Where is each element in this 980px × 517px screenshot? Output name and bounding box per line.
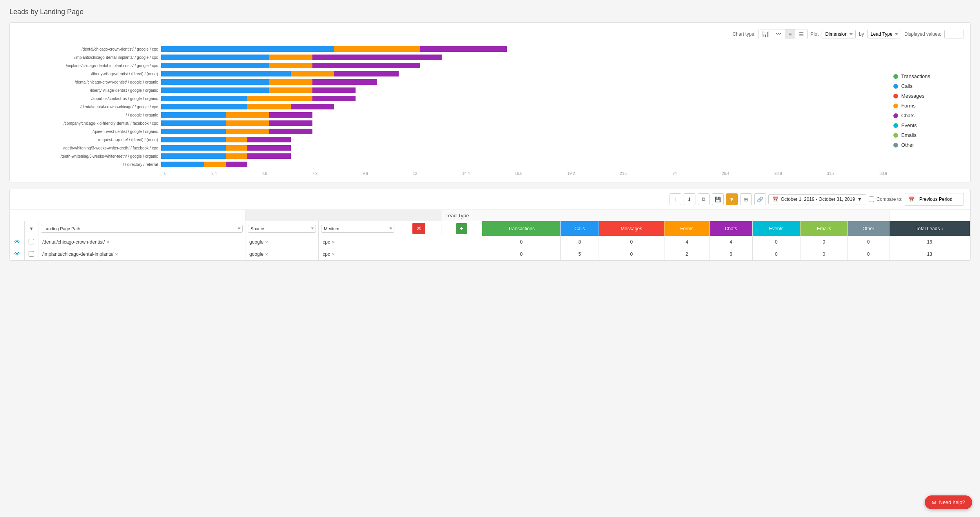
- bar-segment: [161, 71, 291, 76]
- th-source-filter: Source: [245, 221, 319, 236]
- compare-label: Compare to:: [877, 197, 902, 202]
- x-axis-tick: 2.4: [211, 171, 217, 176]
- bar-segment: [161, 120, 226, 126]
- bar-row: /implants/chicago-dental-implants/ / goo…: [16, 54, 887, 61]
- chart-type-table-btn[interactable]: ☰: [796, 29, 807, 39]
- bar-segment: [269, 55, 312, 60]
- x-axis-tick: 16.8: [515, 171, 522, 176]
- th-calls: Calls: [561, 221, 599, 236]
- row-events: 0: [752, 236, 800, 248]
- chart-type-horizontal-btn[interactable]: ≡: [785, 29, 795, 39]
- medium-select[interactable]: Medium: [321, 225, 394, 233]
- bar-segment: [312, 87, 356, 93]
- compare-checkbox[interactable]: [869, 197, 874, 202]
- x-axis-tick: 14.4: [462, 171, 470, 176]
- legend-label: Chats: [901, 113, 915, 118]
- bar-track: [161, 55, 887, 60]
- date-range-btn[interactable]: 📅 October 1, 2019 - October 31, 2019 ▼: [768, 194, 866, 204]
- x-axis-tick: 19.2: [567, 171, 575, 176]
- bar-track: [161, 87, 887, 93]
- bar-row: /company/chicago-kid-friendly-dentist/ /…: [16, 120, 887, 127]
- bar-row: /queen-west-dentist / google / organic: [16, 128, 887, 135]
- bar-label: /teeth-whitening/3-weeks-whiter-teeth/ /…: [16, 146, 161, 150]
- bar-row: /dental/chicago-crown-dentist/ / google …: [16, 78, 887, 86]
- copy-btn[interactable]: ⧉: [698, 193, 710, 205]
- x-axis-tick: 24: [672, 171, 677, 176]
- th-total-leads[interactable]: Total Leads ↓: [889, 221, 970, 236]
- bar-row: /dental/chicago-crown-dentist/ / google …: [16, 46, 887, 53]
- previous-period-select[interactable]: Previous Period: [916, 195, 960, 204]
- row-checkbox[interactable]: [29, 239, 34, 244]
- upload-btn[interactable]: ↑: [670, 193, 681, 205]
- row-calls: 5: [561, 248, 599, 260]
- bar-row: /liberty-village-dentist / google / orga…: [16, 87, 887, 94]
- bar-label: /liberty-village-dentist / (direct) / (n…: [16, 72, 161, 76]
- bar-label: /company/chicago-kid-friendly-dentist/ /…: [16, 121, 161, 126]
- landing-page-path-select[interactable]: Landing Page Path: [41, 225, 243, 233]
- plot-select[interactable]: Dimension: [822, 30, 856, 38]
- legend-item-emails: Emails: [893, 132, 964, 138]
- row-eye-btn[interactable]: 👁: [14, 251, 20, 258]
- displayed-values-input[interactable]: 15: [944, 30, 964, 38]
- row-check-cell: [25, 248, 38, 260]
- bar-segment: [161, 46, 334, 52]
- bar-track: [161, 71, 887, 76]
- medium-clear-btn[interactable]: ✕: [332, 240, 335, 244]
- compare-group: Compare to:: [869, 197, 902, 202]
- bar-segment: [334, 46, 420, 52]
- row-other: 0: [848, 248, 889, 260]
- table-row: 👁 /dental/chicago-crown-dentist/ ✕ googl…: [10, 236, 970, 248]
- chart-type-line-btn[interactable]: 〰: [773, 29, 784, 39]
- legend-item-transactions: Transactions: [893, 73, 964, 79]
- bar-segment: [161, 129, 226, 134]
- legend-label: Emails: [901, 132, 916, 138]
- bar-label: /request-a-quote/ / (direct) / (none): [16, 138, 161, 142]
- bar-label: /implants/chicago-dental-implants/ / goo…: [16, 55, 161, 60]
- legend-item-calls: Calls: [893, 83, 964, 89]
- medium-clear-btn[interactable]: ✕: [332, 252, 335, 257]
- row-checkbox[interactable]: [29, 251, 34, 257]
- save-btn[interactable]: 💾: [712, 193, 724, 205]
- chart-legend: TransactionsCallsMessagesFormsChatsEvent…: [893, 46, 964, 176]
- row-source: google ✕: [245, 236, 319, 248]
- bar-segment: [312, 63, 421, 68]
- path-clear-btn[interactable]: ✕: [115, 252, 118, 257]
- bar-segment: [247, 96, 312, 101]
- bar-segment: [161, 55, 269, 60]
- bar-segment: [420, 46, 506, 52]
- download-btn[interactable]: ⬇: [684, 193, 695, 205]
- x-axis-tick: 26.4: [722, 171, 729, 176]
- previous-period-group: 📅 Previous Period: [905, 193, 964, 206]
- x-axis-tick: 9.6: [363, 171, 368, 176]
- legend-dot: [893, 143, 898, 147]
- row-eye-btn[interactable]: 👁: [14, 238, 20, 246]
- source-value: google: [249, 251, 263, 257]
- path-clear-btn[interactable]: ✕: [106, 240, 109, 244]
- chart-type-bar-btn[interactable]: 📊: [759, 29, 772, 39]
- th-medium-filter: Medium: [319, 221, 397, 236]
- bar-track: [161, 79, 887, 85]
- bar-row: / / directory / referral: [16, 161, 887, 168]
- row-spacer: [397, 236, 482, 248]
- source-clear-btn[interactable]: ✕: [265, 240, 268, 244]
- legend-item-messages: Messages: [893, 93, 964, 99]
- add-filter-btn[interactable]: +: [456, 223, 467, 234]
- row-eye-cell: 👁: [10, 248, 25, 260]
- bar-row: /about-us/contact-us / google / organic: [16, 95, 887, 102]
- source-select[interactable]: Source: [248, 225, 316, 233]
- legend-item-chats: Chats: [893, 113, 964, 118]
- row-messages: 0: [599, 236, 664, 248]
- by-select[interactable]: Lead Type: [867, 30, 901, 38]
- filter-btn[interactable]: ▼: [726, 193, 738, 205]
- row-transactions: 0: [482, 248, 561, 260]
- bar-label: /liberty-village-dentist / google / orga…: [16, 88, 161, 93]
- delete-filter-btn[interactable]: ✕: [412, 223, 425, 234]
- bar-row: /liberty-village-dentist / (direct) / (n…: [16, 70, 887, 77]
- th-transactions: Transactions: [482, 221, 561, 236]
- link-btn[interactable]: 🔗: [754, 193, 766, 205]
- bar-track: [161, 145, 887, 151]
- bar-segment: [226, 162, 247, 167]
- columns-btn[interactable]: ⊞: [740, 193, 752, 205]
- source-clear-btn[interactable]: ✕: [265, 252, 268, 257]
- x-axis-tick: 0: [164, 171, 167, 176]
